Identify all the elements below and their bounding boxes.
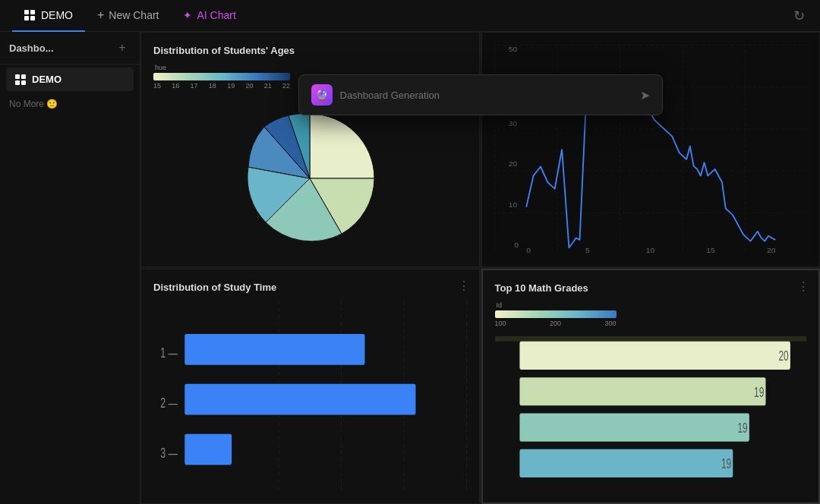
svg-text:20: 20 (508, 160, 517, 169)
sidebar-item-label: DEMO (32, 74, 62, 85)
math-grades-chart-card: Top 10 Math Grades ⋮ Id 100200300 (481, 269, 821, 504)
sidebar: Dashbo... + DEMO No More 🙁 (0, 32, 140, 504)
svg-text:5: 5 (585, 247, 590, 254)
sidebar-add-button[interactable]: + (114, 39, 131, 56)
svg-text:19: 19 (721, 456, 730, 471)
demo-grid-icon (15, 74, 26, 85)
pie-container (153, 102, 467, 254)
study-more-button[interactable]: ⋮ (458, 279, 470, 293)
svg-rect-29 (519, 449, 733, 477)
ai-star-icon: ✦ (183, 9, 192, 21)
plus-icon: + (97, 8, 104, 22)
svg-rect-23 (519, 342, 790, 370)
ages-color-bar (153, 73, 290, 80)
svg-text:20: 20 (767, 247, 776, 254)
ai-icon: 🔮 (311, 84, 333, 106)
svg-text:15: 15 (706, 247, 715, 254)
new-chart-label: New Chart (109, 9, 159, 21)
svg-text:30: 30 (508, 119, 517, 128)
study-bars-svg: 1 — 2 — 3 — (153, 301, 467, 491)
svg-rect-21 (184, 434, 232, 465)
svg-rect-27 (519, 414, 749, 442)
ages-legend-ticks: 1516171819202122 (153, 82, 290, 90)
ai-chart-tab[interactable]: ✦ AI Chart (171, 0, 248, 32)
main-layout: Dashbo... + DEMO No More 🙁 Distribution … (0, 32, 820, 504)
grid-icon (24, 10, 35, 20)
study-chart-area: 1 — 2 — 3 — (153, 301, 467, 491)
svg-text:10: 10 (508, 200, 517, 209)
svg-rect-20 (184, 384, 415, 415)
demo-tab[interactable]: DEMO (12, 0, 85, 32)
new-chart-tab[interactable]: + New Chart (85, 0, 171, 32)
ai-send-button[interactable]: ➤ (640, 88, 650, 102)
top-navigation: DEMO + New Chart ✦ AI Chart ↻ (0, 0, 820, 32)
sidebar-item-demo[interactable]: DEMO (6, 68, 134, 91)
svg-text:0: 0 (526, 247, 531, 254)
ages-chart-title: Distribution of Students' Ages (153, 45, 467, 56)
pie-chart-svg (234, 102, 386, 254)
svg-text:20: 20 (778, 348, 788, 363)
line-chart-card: 0 10 20 30 40 50 0 5 10 15 20 (481, 32, 821, 267)
math-color-legend: Id 100200300 (495, 301, 807, 333)
no-more-label: No More 🙁 (0, 94, 140, 114)
math-color-bar (495, 310, 617, 318)
ages-chart-card: Distribution of Students' Ages hue 15161… (140, 32, 480, 267)
sidebar-header: Dashbo... + (0, 32, 140, 65)
svg-text:3 —: 3 — (160, 446, 178, 461)
study-title: Distribution of Study Time (153, 282, 467, 293)
svg-text:1 —: 1 — (160, 345, 178, 361)
svg-text:2 —: 2 — (160, 395, 178, 411)
ai-chat-input[interactable] (340, 90, 632, 101)
svg-text:19: 19 (754, 384, 764, 399)
refresh-button[interactable]: ↻ (790, 5, 808, 27)
svg-rect-19 (184, 334, 364, 365)
svg-rect-25 (519, 377, 765, 405)
math-legend-ticks: 100200300 (495, 320, 617, 327)
study-time-chart-card: Distribution of Study Time ⋮ 1 — 2 — 3 — (140, 269, 480, 504)
svg-text:0: 0 (514, 241, 519, 250)
content-area: Distribution of Students' Ages hue 15161… (140, 32, 820, 504)
demo-tab-label: DEMO (41, 9, 73, 21)
ai-chart-label: AI Chart (197, 9, 235, 21)
math-more-button[interactable]: ⋮ (797, 279, 809, 294)
svg-text:10: 10 (645, 247, 654, 254)
svg-text:50: 50 (508, 45, 517, 53)
sidebar-title: Dashbo... (9, 43, 54, 54)
math-title: Top 10 Math Grades (495, 282, 807, 294)
ai-chat-overlay: 🔮 ➤ (298, 74, 663, 115)
math-bars-area: 20 19 19 19 (495, 336, 807, 490)
ai-chat-box: 🔮 ➤ (298, 74, 663, 115)
svg-text:19: 19 (737, 420, 747, 435)
math-bars-svg: 20 19 19 19 (495, 336, 807, 490)
